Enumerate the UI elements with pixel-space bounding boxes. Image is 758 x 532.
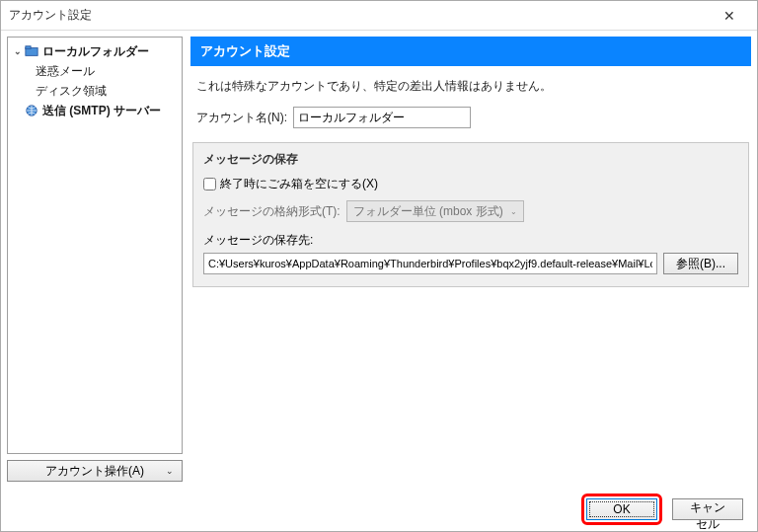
svg-rect-1 (26, 46, 31, 49)
storage-format-row: メッセージの格納形式(T): フォルダー単位 (mbox 形式) ⌄ (203, 200, 738, 222)
ok-highlight: OK (581, 494, 662, 525)
tree-label: 送信 (SMTP) サーバー (42, 103, 161, 119)
account-name-input[interactable] (293, 107, 471, 128)
content-area: ⌄ ローカルフォルダー 迷惑メール ディスク領域 送信 (SMTP) サーバー (1, 31, 757, 488)
twisty-icon[interactable]: ⌄ (12, 46, 24, 56)
account-operations-label: アカウント操作(A) (45, 463, 144, 480)
tree-label: 迷惑メール (36, 63, 95, 80)
storage-path-row: 参照(B)... (203, 253, 738, 274)
storage-format-value: フォルダー単位 (mbox 形式) (353, 203, 503, 220)
browse-button[interactable]: 参照(B)... (663, 253, 738, 274)
storage-path-label: メッセージの保存先: (203, 232, 738, 249)
storage-title: メッセージの保存 (203, 151, 738, 168)
cancel-button[interactable]: キャンセル (672, 498, 743, 520)
storage-section: メッセージの保存 終了時にごみ箱を空にする(X) メッセージの格納形式(T): … (192, 142, 749, 287)
panel-description: これは特殊なアカウントであり、特定の差出人情報はありません。 (190, 66, 751, 103)
empty-trash-row: 終了時にごみ箱を空にする(X) (203, 176, 738, 192)
chevron-down-icon: ⌄ (166, 466, 174, 476)
titlebar: アカウント設定 ✕ (1, 1, 757, 31)
close-icon[interactable]: ✕ (710, 2, 749, 30)
chevron-down-icon: ⌄ (510, 207, 517, 216)
tree-label: ローカルフォルダー (42, 43, 149, 60)
tree-label: ディスク領域 (36, 83, 107, 100)
window-title: アカウント設定 (9, 7, 710, 24)
dialog-footer: OK キャンセル (1, 488, 757, 531)
account-name-label: アカウント名(N): (196, 110, 287, 126)
storage-format-combo: フォルダー単位 (mbox 形式) ⌄ (346, 200, 524, 222)
empty-trash-label: 終了時にごみ箱を空にする(X) (220, 176, 378, 192)
account-tree[interactable]: ⌄ ローカルフォルダー 迷惑メール ディスク領域 送信 (SMTP) サーバー (7, 37, 183, 454)
ok-button[interactable]: OK (586, 498, 657, 520)
tree-item-junk[interactable]: 迷惑メール (8, 61, 182, 81)
main-panel: アカウント設定 これは特殊なアカウントであり、特定の差出人情報はありません。 ア… (190, 37, 751, 482)
globe-icon (24, 103, 39, 118)
tree-item-smtp[interactable]: 送信 (SMTP) サーバー (8, 101, 182, 120)
tree-item-disk[interactable]: ディスク領域 (8, 81, 182, 101)
panel-header: アカウント設定 (190, 37, 751, 66)
storage-path-input[interactable] (203, 253, 657, 274)
tree-item-local-folders[interactable]: ⌄ ローカルフォルダー (8, 41, 182, 61)
empty-trash-checkbox[interactable] (203, 178, 216, 190)
storage-format-label: メッセージの格納形式(T): (203, 203, 341, 220)
sidebar: ⌄ ローカルフォルダー 迷惑メール ディスク領域 送信 (SMTP) サーバー (7, 37, 183, 482)
account-name-row: アカウント名(N): (190, 103, 751, 132)
account-operations-button[interactable]: アカウント操作(A) ⌄ (7, 460, 183, 482)
folder-icon (24, 43, 39, 59)
